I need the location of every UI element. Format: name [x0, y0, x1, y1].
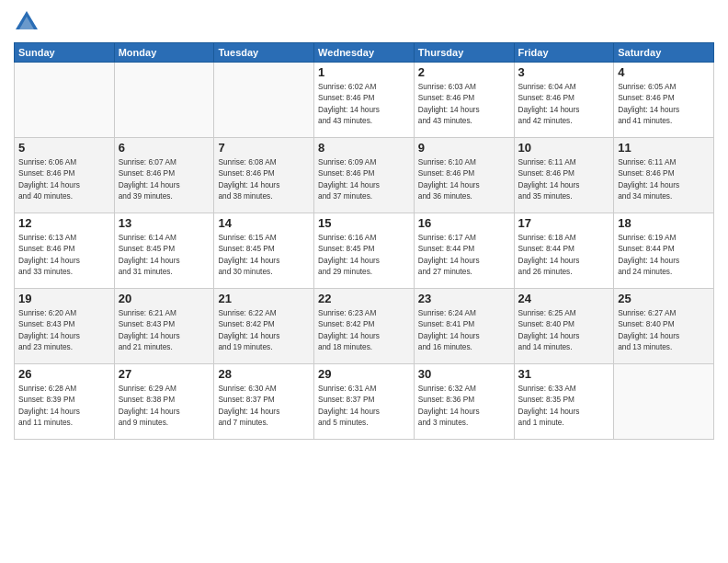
day-info: Sunrise: 6:25 AM Sunset: 8:40 PM Dayligh…	[518, 307, 610, 353]
day-info: Sunrise: 6:22 AM Sunset: 8:42 PM Dayligh…	[218, 307, 310, 353]
day-info: Sunrise: 6:03 AM Sunset: 8:46 PM Dayligh…	[418, 81, 510, 127]
week-row-3: 12Sunrise: 6:13 AM Sunset: 8:46 PM Dayli…	[15, 213, 714, 289]
day-number: 15	[318, 216, 410, 230]
calendar-cell: 4Sunrise: 6:05 AM Sunset: 8:46 PM Daylig…	[614, 63, 714, 138]
day-info: Sunrise: 6:24 AM Sunset: 8:41 PM Dayligh…	[418, 307, 510, 353]
day-info: Sunrise: 6:18 AM Sunset: 8:44 PM Dayligh…	[518, 232, 610, 278]
day-number: 9	[418, 141, 510, 155]
day-number: 23	[418, 292, 510, 305]
weekday-header-row: SundayMondayTuesdayWednesdayThursdayFrid…	[15, 43, 714, 63]
calendar-cell	[214, 63, 314, 138]
day-info: Sunrise: 6:13 AM Sunset: 8:46 PM Dayligh…	[18, 232, 110, 278]
calendar-cell: 16Sunrise: 6:17 AM Sunset: 8:44 PM Dayli…	[414, 213, 514, 289]
calendar-cell	[114, 63, 214, 138]
calendar-cell: 11Sunrise: 6:11 AM Sunset: 8:46 PM Dayli…	[614, 138, 714, 213]
day-number: 28	[218, 367, 310, 381]
day-number: 8	[318, 141, 410, 155]
calendar-cell: 13Sunrise: 6:14 AM Sunset: 8:45 PM Dayli…	[114, 213, 214, 289]
day-info: Sunrise: 6:33 AM Sunset: 8:35 PM Dayligh…	[518, 383, 610, 429]
day-info: Sunrise: 6:21 AM Sunset: 8:43 PM Dayligh…	[119, 307, 210, 353]
day-number: 24	[518, 292, 610, 305]
day-info: Sunrise: 6:19 AM Sunset: 8:44 PM Dayligh…	[618, 232, 710, 278]
day-number: 7	[218, 141, 310, 155]
day-number: 12	[18, 216, 110, 230]
calendar-cell: 17Sunrise: 6:18 AM Sunset: 8:44 PM Dayli…	[514, 213, 614, 289]
weekday-tuesday: Tuesday	[214, 43, 314, 63]
day-info: Sunrise: 6:11 AM Sunset: 8:46 PM Dayligh…	[518, 156, 610, 202]
day-number: 10	[518, 141, 610, 155]
calendar-cell: 28Sunrise: 6:30 AM Sunset: 8:37 PM Dayli…	[214, 364, 314, 440]
calendar-cell: 5Sunrise: 6:06 AM Sunset: 8:46 PM Daylig…	[15, 138, 115, 213]
day-info: Sunrise: 6:04 AM Sunset: 8:46 PM Dayligh…	[518, 81, 610, 127]
week-row-4: 19Sunrise: 6:20 AM Sunset: 8:43 PM Dayli…	[15, 289, 714, 364]
calendar-cell: 31Sunrise: 6:33 AM Sunset: 8:35 PM Dayli…	[514, 364, 614, 440]
calendar-cell: 19Sunrise: 6:20 AM Sunset: 8:43 PM Dayli…	[15, 289, 115, 364]
calendar-cell: 14Sunrise: 6:15 AM Sunset: 8:45 PM Dayli…	[214, 213, 314, 289]
day-number: 2	[418, 65, 510, 79]
day-number: 19	[18, 292, 110, 305]
day-number: 18	[618, 216, 710, 230]
day-number: 21	[218, 292, 310, 305]
calendar-cell: 10Sunrise: 6:11 AM Sunset: 8:46 PM Dayli…	[514, 138, 614, 213]
calendar-cell: 12Sunrise: 6:13 AM Sunset: 8:46 PM Dayli…	[15, 213, 115, 289]
calendar-cell	[15, 63, 115, 138]
day-number: 1	[318, 65, 410, 79]
calendar-cell: 18Sunrise: 6:19 AM Sunset: 8:44 PM Dayli…	[614, 213, 714, 289]
week-row-2: 5Sunrise: 6:06 AM Sunset: 8:46 PM Daylig…	[15, 138, 714, 213]
calendar-cell: 29Sunrise: 6:31 AM Sunset: 8:37 PM Dayli…	[314, 364, 415, 440]
day-number: 20	[119, 292, 210, 305]
calendar-cell	[614, 364, 714, 440]
day-info: Sunrise: 6:14 AM Sunset: 8:45 PM Dayligh…	[119, 232, 210, 278]
day-info: Sunrise: 6:30 AM Sunset: 8:37 PM Dayligh…	[218, 383, 310, 429]
day-info: Sunrise: 6:31 AM Sunset: 8:37 PM Dayligh…	[318, 383, 410, 429]
day-number: 3	[518, 65, 610, 79]
day-info: Sunrise: 6:28 AM Sunset: 8:39 PM Dayligh…	[18, 383, 110, 429]
weekday-saturday: Saturday	[614, 43, 714, 63]
day-info: Sunrise: 6:06 AM Sunset: 8:46 PM Dayligh…	[18, 156, 110, 202]
page: SundayMondayTuesdayWednesdayThursdayFrid…	[0, 0, 728, 563]
header	[14, 9, 714, 35]
calendar-cell: 6Sunrise: 6:07 AM Sunset: 8:46 PM Daylig…	[114, 138, 214, 213]
weekday-monday: Monday	[114, 43, 214, 63]
day-info: Sunrise: 6:20 AM Sunset: 8:43 PM Dayligh…	[18, 307, 110, 353]
calendar: SundayMondayTuesdayWednesdayThursdayFrid…	[14, 42, 714, 440]
day-info: Sunrise: 6:16 AM Sunset: 8:45 PM Dayligh…	[318, 232, 410, 278]
day-number: 27	[119, 367, 210, 381]
calendar-cell: 26Sunrise: 6:28 AM Sunset: 8:39 PM Dayli…	[15, 364, 115, 440]
day-info: Sunrise: 6:07 AM Sunset: 8:46 PM Dayligh…	[119, 156, 210, 202]
day-number: 16	[418, 216, 510, 230]
day-info: Sunrise: 6:27 AM Sunset: 8:40 PM Dayligh…	[618, 307, 710, 353]
day-number: 31	[518, 367, 610, 381]
calendar-cell: 24Sunrise: 6:25 AM Sunset: 8:40 PM Dayli…	[514, 289, 614, 364]
calendar-cell: 25Sunrise: 6:27 AM Sunset: 8:40 PM Dayli…	[614, 289, 714, 364]
logo-icon	[14, 9, 40, 35]
weekday-sunday: Sunday	[15, 43, 115, 63]
day-number: 22	[318, 292, 410, 305]
day-info: Sunrise: 6:09 AM Sunset: 8:46 PM Dayligh…	[318, 156, 410, 202]
day-info: Sunrise: 6:02 AM Sunset: 8:46 PM Dayligh…	[318, 81, 410, 127]
calendar-cell: 7Sunrise: 6:08 AM Sunset: 8:46 PM Daylig…	[214, 138, 314, 213]
logo	[14, 9, 43, 35]
day-info: Sunrise: 6:17 AM Sunset: 8:44 PM Dayligh…	[418, 232, 510, 278]
weekday-friday: Friday	[514, 43, 614, 63]
calendar-cell: 23Sunrise: 6:24 AM Sunset: 8:41 PM Dayli…	[414, 289, 514, 364]
day-number: 6	[119, 141, 210, 155]
day-info: Sunrise: 6:29 AM Sunset: 8:38 PM Dayligh…	[119, 383, 210, 429]
calendar-cell: 1Sunrise: 6:02 AM Sunset: 8:46 PM Daylig…	[314, 63, 415, 138]
day-info: Sunrise: 6:08 AM Sunset: 8:46 PM Dayligh…	[218, 156, 310, 202]
weekday-wednesday: Wednesday	[314, 43, 415, 63]
week-row-5: 26Sunrise: 6:28 AM Sunset: 8:39 PM Dayli…	[15, 364, 714, 440]
calendar-cell: 2Sunrise: 6:03 AM Sunset: 8:46 PM Daylig…	[414, 63, 514, 138]
calendar-cell: 3Sunrise: 6:04 AM Sunset: 8:46 PM Daylig…	[514, 63, 614, 138]
day-number: 5	[18, 141, 110, 155]
day-number: 17	[518, 216, 610, 230]
day-info: Sunrise: 6:10 AM Sunset: 8:46 PM Dayligh…	[418, 156, 510, 202]
day-info: Sunrise: 6:32 AM Sunset: 8:36 PM Dayligh…	[418, 383, 510, 429]
calendar-cell: 21Sunrise: 6:22 AM Sunset: 8:42 PM Dayli…	[214, 289, 314, 364]
day-number: 26	[18, 367, 110, 381]
calendar-cell: 15Sunrise: 6:16 AM Sunset: 8:45 PM Dayli…	[314, 213, 415, 289]
day-number: 30	[418, 367, 510, 381]
calendar-cell: 27Sunrise: 6:29 AM Sunset: 8:38 PM Dayli…	[114, 364, 214, 440]
day-info: Sunrise: 6:23 AM Sunset: 8:42 PM Dayligh…	[318, 307, 410, 353]
day-number: 13	[119, 216, 210, 230]
